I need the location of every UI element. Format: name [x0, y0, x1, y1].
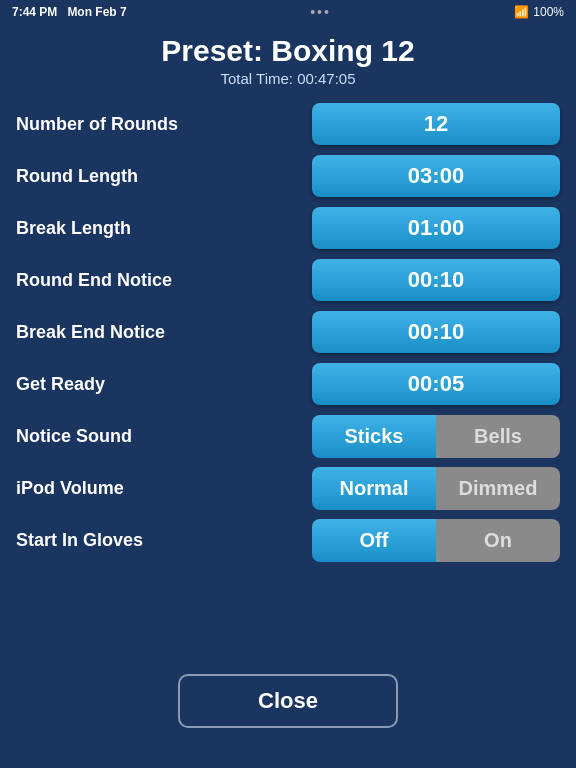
label-notice-sound: Notice Sound: [16, 426, 132, 447]
value-btn-break-end-notice[interactable]: 00:10: [312, 311, 560, 353]
toggle-btn-notice-sound-bells[interactable]: Bells: [436, 415, 560, 458]
toggle-btn-ipod-volume-normal[interactable]: Normal: [312, 467, 436, 510]
value-btn-get-ready[interactable]: 00:05: [312, 363, 560, 405]
setting-row-break-end-notice: Break End Notice00:10: [16, 309, 560, 355]
clock: 7:44 PM: [12, 5, 57, 19]
label-round-end-notice: Round End Notice: [16, 270, 172, 291]
setting-row-ipod-volume: iPod VolumeNormalDimmed: [16, 465, 560, 511]
total-time: Total Time: 00:47:05: [0, 70, 576, 87]
setting-row-break-length: Break Length01:00: [16, 205, 560, 251]
page-title: Preset: Boxing 12: [0, 34, 576, 68]
setting-row-number-of-rounds: Number of Rounds12: [16, 101, 560, 147]
setting-row-start-in-gloves: Start In GlovesOffOn: [16, 517, 560, 563]
status-right: 📶 100%: [514, 5, 564, 19]
status-bar: 7:44 PM Mon Feb 7 ••• 📶 100%: [0, 0, 576, 24]
label-get-ready: Get Ready: [16, 374, 105, 395]
label-number-of-rounds: Number of Rounds: [16, 114, 178, 135]
value-btn-round-length[interactable]: 03:00: [312, 155, 560, 197]
header: Preset: Boxing 12 Total Time: 00:47:05: [0, 24, 576, 93]
value-btn-number-of-rounds[interactable]: 12: [312, 103, 560, 145]
toggle-group-start-in-gloves: OffOn: [312, 519, 560, 562]
close-button[interactable]: Close: [178, 674, 398, 728]
setting-row-round-length: Round Length03:00: [16, 153, 560, 199]
value-btn-break-length[interactable]: 01:00: [312, 207, 560, 249]
toggle-btn-ipod-volume-dimmed[interactable]: Dimmed: [436, 467, 560, 510]
label-break-length: Break Length: [16, 218, 131, 239]
wifi-icon: 📶: [514, 5, 529, 19]
date: Mon Feb 7: [67, 5, 126, 19]
label-ipod-volume: iPod Volume: [16, 478, 124, 499]
value-btn-round-end-notice[interactable]: 00:10: [312, 259, 560, 301]
settings-list: Number of Rounds12Round Length03:00Break…: [0, 93, 576, 563]
label-start-in-gloves: Start In Gloves: [16, 530, 143, 551]
toggle-group-ipod-volume: NormalDimmed: [312, 467, 560, 510]
setting-row-get-ready: Get Ready00:05: [16, 361, 560, 407]
setting-row-notice-sound: Notice SoundSticksBells: [16, 413, 560, 459]
label-break-end-notice: Break End Notice: [16, 322, 165, 343]
toggle-btn-start-in-gloves-on[interactable]: On: [436, 519, 560, 562]
toggle-btn-notice-sound-sticks[interactable]: Sticks: [312, 415, 436, 458]
close-section: Close: [178, 674, 398, 728]
label-round-length: Round Length: [16, 166, 138, 187]
toggle-btn-start-in-gloves-off[interactable]: Off: [312, 519, 436, 562]
battery-level: 100%: [533, 5, 564, 19]
status-time: 7:44 PM Mon Feb 7: [12, 5, 127, 19]
toggle-group-notice-sound: SticksBells: [312, 415, 560, 458]
setting-row-round-end-notice: Round End Notice00:10: [16, 257, 560, 303]
status-dots: •••: [310, 4, 331, 20]
